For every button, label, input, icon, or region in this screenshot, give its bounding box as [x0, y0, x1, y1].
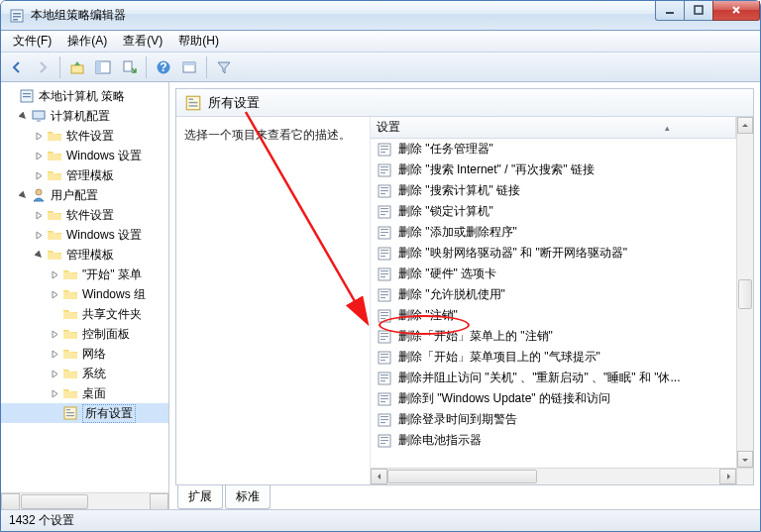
list-item-label: 删除 "映射网络驱动器" 和 "断开网络驱动器" [398, 245, 627, 262]
menu-help[interactable]: 帮助(H) [170, 31, 227, 52]
tree-windows-components[interactable]: Windows 组 [1, 284, 168, 304]
menu-file[interactable]: 文件(F) [5, 31, 59, 52]
export-list-button[interactable] [117, 55, 141, 79]
list-item[interactable]: 删除 "硬件" 选项卡 [371, 264, 736, 284]
tree-root[interactable]: 本地计算机 策略 [1, 86, 168, 106]
column-setting[interactable]: 设置 ▴ [371, 117, 736, 138]
list-item[interactable]: 删除电池指示器 [371, 430, 736, 451]
titlebar[interactable]: 本地组策略编辑器 [1, 1, 760, 31]
svg-rect-21 [66, 409, 70, 410]
scroll-down-button[interactable] [737, 451, 753, 468]
expander-closed-icon[interactable] [33, 169, 45, 181]
scroll-right-button[interactable] [719, 469, 736, 484]
tree-body[interactable]: 本地计算机 策略 计算机配置 软件设置 Windows 设置 [1, 82, 168, 492]
tree-user-config[interactable]: 用户配置 [1, 185, 168, 205]
svg-rect-33 [380, 166, 388, 167]
expander-closed-icon[interactable] [49, 268, 60, 280]
list-item-label: 删除电池指示器 [398, 432, 482, 449]
list-body[interactable]: 删除 "任务管理器"删除 "搜索 Internet" / "再次搜索" 链接删除… [371, 139, 736, 468]
settings-list-icon [62, 405, 78, 421]
svg-rect-8 [96, 61, 101, 73]
expander-open-icon[interactable] [17, 110, 29, 122]
svg-rect-83 [380, 422, 385, 423]
list-h-scrollbar[interactable] [371, 468, 736, 484]
list-item[interactable]: 删除 "搜索 Internet" / "再次搜索" 链接 [371, 160, 736, 180]
tree-desktop[interactable]: 桌面 [1, 383, 168, 403]
close-button[interactable] [712, 1, 760, 21]
tree-shared-folders[interactable]: 共享文件夹 [1, 304, 168, 324]
description-pane: 选择一个项目来查看它的描述。 [176, 117, 371, 484]
tab-extended[interactable]: 扩展 [177, 484, 223, 509]
help-button[interactable]: ? [152, 55, 175, 79]
tree-system[interactable]: 系统 [1, 364, 168, 383]
tree-control-panel[interactable]: 控制面板 [1, 324, 168, 344]
list-item[interactable]: 删除 "允许脱机使用" [371, 284, 736, 305]
properties-button[interactable] [177, 55, 201, 79]
list-item[interactable]: 删除 "锁定计算机" [371, 201, 736, 222]
list-item[interactable]: 删除登录时间到期警告 [371, 409, 736, 430]
h-scroll-thumb[interactable] [387, 470, 537, 483]
expander-closed-icon[interactable] [49, 288, 60, 300]
expander-closed-icon[interactable] [33, 150, 45, 161]
tree-h-scrollbar[interactable] [1, 492, 168, 509]
tree-start-menu[interactable]: "开始" 菜单 [1, 265, 168, 284]
svg-rect-82 [380, 419, 388, 420]
up-button[interactable] [65, 55, 89, 79]
list-item-label: 删除 "注销" [398, 307, 458, 324]
v-scroll-thumb[interactable] [738, 279, 752, 309]
folder-icon [62, 306, 78, 322]
minimize-button[interactable] [655, 1, 685, 21]
policy-item-icon [377, 433, 392, 449]
tab-standard[interactable]: 标准 [225, 485, 271, 509]
policy-item-icon [377, 287, 392, 303]
expander-open-icon[interactable] [17, 189, 29, 201]
list-item[interactable]: 删除 "注销" [371, 305, 736, 326]
list-item[interactable]: 删除到 "Windows Update" 的链接和访问 [371, 388, 736, 409]
tree-admin-templates-2[interactable]: 管理模板 [1, 245, 168, 265]
expander-icon[interactable] [5, 90, 17, 102]
list-item[interactable]: 删除「开始」菜单项目上的 "气球提示" [371, 347, 736, 368]
show-hide-tree-button[interactable] [91, 55, 115, 79]
tree-software-settings-1[interactable]: 软件设置 [1, 126, 168, 146]
list-item-label: 删除并阻止访问 "关机" 、"重新启动" 、"睡眠" 和 "休... [398, 370, 681, 386]
scroll-up-button[interactable] [737, 117, 753, 134]
list-item[interactable]: 删除 "映射网络驱动器" 和 "断开网络驱动器" [371, 243, 736, 264]
folder-icon [62, 266, 78, 282]
svg-rect-46 [380, 232, 388, 233]
tree-all-settings[interactable]: 所有设置 [1, 403, 168, 423]
policy-item-icon [377, 371, 392, 386]
tree-windows-settings-1[interactable]: Windows 设置 [1, 146, 168, 165]
forward-button[interactable] [31, 55, 54, 79]
list-header[interactable]: 设置 ▴ [371, 117, 736, 139]
policy-item-icon [377, 350, 392, 366]
menu-action[interactable]: 操作(A) [59, 31, 115, 52]
maximize-button[interactable] [684, 1, 713, 21]
expander-closed-icon[interactable] [33, 229, 45, 241]
list-item[interactable]: 删除「开始」菜单上的 "注销" [371, 326, 736, 347]
list-v-scrollbar[interactable] [736, 117, 753, 484]
tabs-strip: 扩展 标准 [175, 487, 754, 509]
scroll-left-button[interactable] [371, 469, 387, 484]
back-button[interactable] [5, 55, 29, 79]
expander-closed-icon[interactable] [49, 328, 60, 340]
expander-closed-icon[interactable] [33, 130, 45, 142]
expander-closed-icon[interactable] [49, 348, 60, 360]
tree-admin-templates-1[interactable]: 管理模板 [1, 165, 168, 185]
list-item[interactable]: 删除 "任务管理器" [371, 139, 736, 160]
tree-software-settings-2[interactable]: 软件设置 [1, 205, 168, 225]
menu-view[interactable]: 查看(V) [115, 31, 170, 52]
tree-computer-config[interactable]: 计算机配置 [1, 106, 168, 126]
list-item[interactable]: 删除 "添加或删除程序" [371, 222, 736, 243]
filter-button[interactable] [212, 55, 236, 79]
tree-windows-settings-2[interactable]: Windows 设置 [1, 225, 168, 245]
list-item[interactable]: 删除 "搜索计算机" 链接 [371, 180, 736, 201]
tree-network[interactable]: 网络 [1, 344, 168, 364]
svg-rect-75 [380, 380, 385, 381]
expander-closed-icon[interactable] [49, 387, 60, 399]
expander-closed-icon[interactable] [49, 368, 60, 379]
expander-closed-icon[interactable] [33, 209, 45, 221]
folder-icon [47, 128, 62, 144]
svg-rect-16 [23, 96, 31, 97]
expander-open-icon[interactable] [33, 249, 45, 261]
list-item[interactable]: 删除并阻止访问 "关机" 、"重新启动" 、"睡眠" 和 "休... [371, 368, 736, 388]
